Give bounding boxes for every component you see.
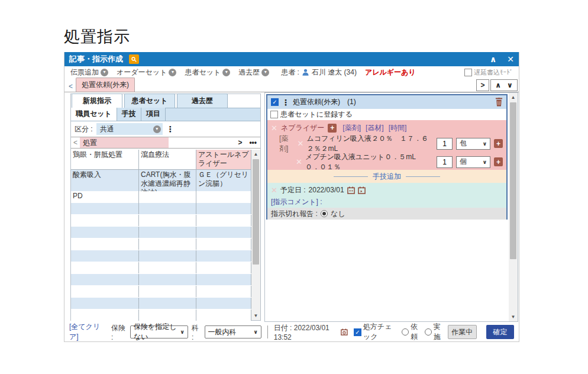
delete-icon[interactable]: ✕ bbox=[271, 186, 277, 195]
table-cell[interactable]: CART(胸水・腹水濾過濃縮再静注法) bbox=[139, 170, 196, 191]
order-set-label: オーダーセット bbox=[117, 67, 167, 78]
quantity-input[interactable] bbox=[437, 138, 453, 150]
date-label: 日付 : 2022/03/01 13:52 bbox=[274, 323, 337, 341]
order-set-button[interactable]: オーダーセット ▾ bbox=[117, 67, 176, 78]
delete-order-button[interactable] bbox=[495, 98, 503, 107]
subtab-item[interactable]: 項目 bbox=[141, 108, 166, 121]
delay-write-checkbox[interactable] bbox=[464, 69, 472, 76]
scrollbar-up-icon[interactable]: ▲ bbox=[251, 150, 260, 159]
table-row-empty bbox=[71, 227, 251, 238]
calendar-icon[interactable] bbox=[347, 186, 355, 194]
request-radio-group[interactable]: 依頼 bbox=[402, 322, 421, 342]
detail-scrollbar[interactable]: ▲ ▼ bbox=[509, 93, 518, 321]
more-options-icon[interactable]: ⋮ bbox=[166, 124, 175, 134]
tab-forward-button[interactable]: > bbox=[476, 79, 489, 91]
add-icon[interactable]: + bbox=[494, 157, 503, 166]
order-card-header: ✓ ⋮ 処置依頼(外来) (1) bbox=[267, 95, 506, 109]
history-button[interactable]: 過去歴 ▾ bbox=[238, 67, 269, 78]
drug-link[interactable]: [薬剤] bbox=[343, 123, 361, 133]
search-input[interactable]: 処置 bbox=[80, 137, 169, 148]
add-slip-button[interactable]: 伝票追加 ▾ bbox=[70, 67, 108, 78]
delete-icon[interactable]: ✕ bbox=[297, 139, 303, 148]
rx-check-group[interactable]: ✓ 処方チェック bbox=[354, 322, 398, 342]
table-cell[interactable]: PD bbox=[71, 191, 139, 203]
department-select[interactable]: 一般内科 ∨ bbox=[205, 325, 261, 338]
search-button[interactable] bbox=[129, 54, 139, 64]
register-patient-set-row[interactable]: 患者セットに登録する bbox=[267, 109, 506, 120]
unit-select[interactable]: 個 ∨ bbox=[456, 156, 490, 168]
drag-handle-icon[interactable]: ⋮ bbox=[282, 98, 290, 107]
scroll-down-icon[interactable]: ∨ bbox=[507, 81, 513, 89]
tab-procedure-request[interactable]: 処置依頼(外来) bbox=[76, 78, 135, 92]
rx-check-checkbox[interactable]: ✓ bbox=[354, 328, 361, 336]
execute-radio-group[interactable]: 実施 bbox=[425, 322, 444, 342]
scrollbar-up-icon[interactable]: ▲ bbox=[509, 93, 518, 102]
add-icon[interactable]: + bbox=[494, 139, 503, 148]
drug-row: ✕ メプチン吸入液ユニット０．５mL ０．０１％ 個 ∨ + bbox=[271, 153, 503, 171]
order-comment-link[interactable]: [指示コメント] : bbox=[271, 197, 322, 207]
allergy-warning: アレルギーあり bbox=[365, 67, 416, 78]
table-cell[interactable]: 酸素吸入 bbox=[71, 170, 139, 191]
tab-patient-set[interactable]: 患者セット bbox=[124, 94, 175, 108]
equipment-link[interactable]: [器材] bbox=[366, 123, 384, 133]
column-header[interactable]: 鶏眼・胼胝処置 bbox=[71, 150, 139, 169]
table-cell[interactable] bbox=[139, 191, 196, 203]
search-back-button[interactable]: < bbox=[71, 138, 80, 147]
category-label: 区分 : bbox=[75, 124, 93, 134]
trash-icon bbox=[495, 98, 503, 107]
column-header-selected[interactable]: アストールネブライザー bbox=[196, 150, 251, 169]
category-select[interactable]: 共通 ▾ bbox=[96, 123, 163, 135]
scrollbar-thumb[interactable] bbox=[510, 102, 516, 259]
execute-radio[interactable] bbox=[425, 328, 432, 336]
main-content: 新規指示 患者セット 過去歴 職員セット 手技 項目 区分 : 共通 ▾ ⋮ <… bbox=[64, 92, 519, 323]
search-more-button[interactable]: ••• bbox=[249, 138, 257, 147]
clear-all-link[interactable]: [全てクリア] bbox=[69, 322, 103, 342]
scrollbar-down-icon[interactable]: ▼ bbox=[251, 311, 260, 320]
chevron-down-icon[interactable]: ▾ bbox=[153, 125, 161, 133]
chevron-down-icon[interactable]: ▾ bbox=[222, 69, 230, 76]
expire-none-radio[interactable] bbox=[321, 210, 328, 217]
scrollbar-down-icon[interactable]: ▼ bbox=[509, 312, 518, 321]
column-header[interactable]: 瀉血療法 bbox=[139, 150, 196, 169]
patient-set-button[interactable]: 患者セット ▾ bbox=[185, 67, 230, 78]
confirm-button[interactable]: 確定 bbox=[486, 325, 514, 339]
subtab-staff-set[interactable]: 職員セット bbox=[71, 108, 117, 121]
table-row-empty bbox=[71, 215, 251, 227]
order-checkbox[interactable]: ✓ bbox=[271, 98, 279, 106]
chevron-down-icon: ∨ bbox=[483, 141, 487, 147]
chevron-down-icon[interactable]: ▾ bbox=[101, 69, 108, 76]
search-icon bbox=[131, 56, 137, 63]
time-link[interactable]: [時間] bbox=[389, 123, 407, 133]
scroll-up-icon[interactable]: ∧ bbox=[495, 81, 501, 89]
subtab-technique[interactable]: 手技 bbox=[117, 108, 141, 121]
chevron-down-icon[interactable]: ▾ bbox=[261, 69, 269, 76]
divider bbox=[267, 325, 268, 338]
search-forward-button[interactable]: > bbox=[238, 138, 242, 147]
register-checkbox[interactable] bbox=[270, 111, 278, 118]
unit-value: 個 bbox=[460, 157, 467, 167]
request-radio[interactable] bbox=[402, 328, 409, 336]
tab-scroll-buttons[interactable]: ∧ ∨ bbox=[490, 79, 518, 91]
table-cell[interactable] bbox=[196, 191, 251, 203]
delete-icon[interactable]: ✕ bbox=[271, 124, 277, 133]
close-button[interactable]: ✕ bbox=[507, 52, 514, 66]
add-icon[interactable]: + bbox=[328, 124, 337, 133]
unit-select[interactable]: 包 ∨ bbox=[456, 138, 490, 150]
working-button[interactable]: 作業中 bbox=[448, 325, 477, 339]
tab-new-order[interactable]: 新規指示 bbox=[72, 94, 122, 108]
tab-back-button[interactable]: < bbox=[66, 81, 76, 92]
table-cell[interactable]: ＧＥ（グリセリン浣腸） bbox=[196, 170, 251, 191]
collapse-button[interactable]: ∧ bbox=[490, 52, 496, 66]
add-procedure-link[interactable]: 手技追加 bbox=[373, 172, 401, 182]
delay-write-mode[interactable]: 遅延書込ﾓｰﾄﾞ bbox=[464, 68, 513, 77]
tab-history[interactable]: 過去歴 bbox=[177, 94, 228, 108]
table-row-empty bbox=[71, 250, 251, 262]
calendar-clock-icon[interactable] bbox=[341, 328, 348, 336]
insurance-select[interactable]: 保険を指定しない ∨ bbox=[130, 325, 188, 338]
scrollbar-thumb[interactable] bbox=[253, 159, 259, 265]
delete-icon[interactable]: ✕ bbox=[296, 157, 302, 166]
quantity-input[interactable] bbox=[437, 156, 453, 168]
table-scrollbar[interactable]: ▲ ▼ bbox=[251, 150, 260, 320]
calendar-next-icon[interactable] bbox=[358, 186, 366, 194]
chevron-down-icon[interactable]: ▾ bbox=[169, 69, 176, 76]
